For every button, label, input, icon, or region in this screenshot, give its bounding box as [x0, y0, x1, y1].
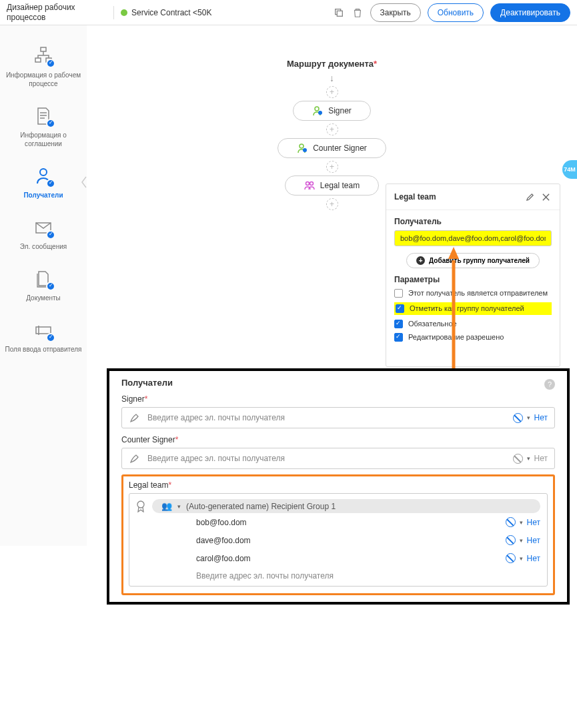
counter-badge[interactable]: 74M: [562, 160, 577, 179]
group-member-row[interactable]: dave@foo.dom ▾Нет: [136, 531, 540, 549]
app-title: Дизайнер рабочих процессов: [7, 3, 107, 22]
trash-icon[interactable]: [352, 7, 364, 19]
pencil-icon[interactable]: [524, 191, 536, 203]
params-label: Параметры: [394, 275, 552, 284]
flow-node-counter-signer[interactable]: Counter Signer: [277, 138, 386, 158]
counter-signer-email-input[interactable]: Введите адрес эл. почты получателя ▾ Нет: [121, 448, 555, 469]
checkbox-checked-icon: [394, 333, 403, 342]
svg-point-13: [310, 182, 313, 186]
help-icon[interactable]: ?: [544, 379, 555, 390]
checkbox-checked-icon: [396, 304, 404, 313]
svg-point-11: [303, 148, 307, 152]
checkbox-icon: [394, 289, 403, 298]
panel-title: Legal team: [394, 192, 524, 202]
sidebar-item-workflow-info[interactable]: Информация о рабочем процессе: [0, 37, 87, 97]
checkbox-required[interactable]: Обязательное: [394, 320, 552, 328]
add-recipient-group-button[interactable]: + Добавить группу получателей: [406, 253, 540, 268]
chevron-down-icon: ▾: [520, 519, 523, 526]
sidebar-item-documents[interactable]: Документы: [0, 260, 87, 312]
chevron-down-icon: ▾: [177, 503, 181, 510]
chevron-down-icon: ▾: [520, 555, 523, 562]
app-header: Дизайнер рабочих процессов Service Contr…: [0, 0, 577, 25]
status-dot-icon: [121, 9, 127, 16]
recipient-panel: Legal team Получатель + Добавить группу …: [386, 184, 560, 367]
copy-icon[interactable]: [333, 7, 345, 19]
contract-name: Service Contract <50K: [131, 8, 333, 17]
deactivate-button[interactable]: Деактивировать: [490, 3, 570, 22]
svg-point-8: [315, 107, 319, 111]
documents-icon: [31, 267, 55, 291]
svg-point-12: [306, 182, 309, 186]
prohibit-icon: [506, 553, 516, 563]
pen-icon: [129, 452, 141, 464]
ribbon-icon: [136, 500, 145, 512]
prohibit-icon: [506, 517, 516, 527]
results-title: Получатели: [121, 378, 555, 388]
person-icon: [297, 143, 308, 153]
svg-rect-1: [337, 11, 342, 16]
recipient-input[interactable]: [394, 230, 552, 246]
group-member-row[interactable]: bob@foo.dom ▾Нет: [136, 513, 540, 531]
sidebar-item-sender-fields[interactable]: Поля ввода отправителя: [0, 312, 87, 363]
envelope-icon: [31, 216, 55, 240]
chevron-down-icon: ▾: [527, 414, 530, 421]
sidebar-item-agreement-info[interactable]: Информация о соглашении: [0, 97, 87, 157]
pen-icon: [129, 412, 141, 424]
refresh-button[interactable]: Обновить: [428, 3, 484, 22]
chevron-down-icon: ▾: [520, 537, 523, 544]
divider: [113, 6, 114, 19]
checkbox-checked-icon: [394, 320, 403, 328]
add-node-button[interactable]: +: [326, 123, 338, 135]
person-icon: [312, 105, 323, 116]
results-panel: Получатели ? Signer* Введите адрес эл. п…: [107, 368, 570, 605]
route-title: Маршрут документа*: [87, 59, 577, 69]
add-node-button[interactable]: +: [326, 198, 338, 210]
document-lines-icon: [31, 104, 55, 128]
svg-point-14: [137, 501, 144, 508]
flow-node-legal-team[interactable]: Legal team: [285, 175, 379, 196]
recipient-group-block: 👥 ▾ (Auto-generated name) Recipient Grou…: [129, 493, 548, 587]
legal-team-highlight: Legal team* 👥 ▾ (Auto-generated name) Re…: [121, 474, 555, 595]
add-node-button[interactable]: +: [326, 86, 338, 98]
checkbox-mark-as-group[interactable]: Отметить как группу получателей: [394, 302, 552, 315]
header-actions: Закрыть Обновить Деактивировать: [333, 3, 570, 22]
prohibit-icon: [513, 454, 523, 464]
group-name-pill[interactable]: 👥 ▾ (Auto-generated name) Recipient Grou…: [152, 499, 540, 513]
add-node-button[interactable]: +: [326, 161, 338, 173]
sidebar: Информация о рабочем процессе Информация…: [0, 25, 87, 546]
close-icon[interactable]: [540, 191, 552, 203]
checkbox-editable[interactable]: Редактирование разрешено: [394, 333, 552, 342]
field-label-legal-team: Legal team*: [129, 480, 548, 490]
flow-node-signer[interactable]: Signer: [293, 101, 371, 121]
sidebar-item-emails[interactable]: Эл. сообщения: [0, 209, 87, 260]
workflow-icon: [31, 44, 55, 68]
arrow-down-icon: ↓: [330, 73, 334, 83]
svg-point-10: [300, 144, 304, 148]
people-icon: [304, 180, 315, 191]
svg-rect-3: [35, 58, 41, 62]
group-member-row[interactable]: carol@foo.dom ▾Нет: [136, 549, 540, 567]
recipient-label: Получатель: [394, 217, 552, 226]
signer-email-input[interactable]: Введите адрес эл. почты получателя ▾ Нет: [121, 407, 555, 428]
chevron-down-icon: ▾: [527, 455, 530, 462]
sidebar-item-recipients[interactable]: Получатели: [0, 157, 87, 209]
prohibit-icon: [513, 413, 523, 423]
field-label-signer: Signer*: [121, 394, 555, 404]
svg-point-5: [40, 169, 47, 175]
person-icon: [31, 164, 55, 188]
checkbox-is-sender[interactable]: Этот получатель является отправителем: [394, 289, 552, 298]
svg-point-9: [318, 111, 322, 115]
prohibit-icon: [506, 535, 516, 545]
add-member-input[interactable]: Введите адрес эл. почты получателя: [136, 567, 540, 581]
field-label-counter-signer: Counter Signer*: [121, 435, 555, 444]
plus-circle-icon: +: [416, 256, 425, 265]
input-field-icon: [31, 318, 55, 342]
svg-rect-2: [41, 47, 46, 51]
people-icon: 👥: [161, 501, 172, 511]
close-button[interactable]: Закрыть: [370, 3, 421, 22]
